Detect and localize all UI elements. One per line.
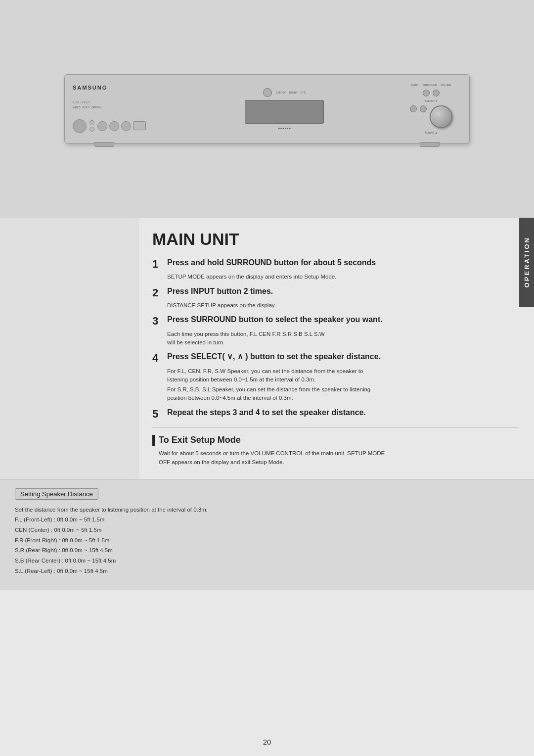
bottom-labels: ■ ■ ■ ■ ■ ■: [278, 127, 290, 130]
operation-tab: OPERATION: [519, 218, 534, 307]
bottom-intro: Set the distance from the speaker to lis…: [15, 505, 519, 576]
foot-right: [420, 142, 440, 147]
step-4: 4 Press SELECT( ∨, ∧ ) button to set the…: [152, 352, 518, 402]
volume-knob: [430, 105, 452, 128]
samsung-logo: SAMSUNG: [73, 85, 168, 91]
speaker-distance-item: F.L (Front-Left) : 0ft 0.0m ~ 5ft 1.5m: [15, 515, 519, 525]
samsung-receiver: SAMSUNG AUX INPUT VIDEOAUX 2OPTICAL: [64, 74, 470, 143]
step-4-text: Press SELECT( ∨, ∧ ) button to set the s…: [167, 352, 518, 362]
aux-input-label: AUX INPUT: [73, 101, 168, 104]
step-1: 1 Press and hold SURROUND button for abo…: [152, 258, 518, 282]
step-4-sub2: For S.R, S.B, S.L Speaker, you can set t…: [167, 385, 518, 403]
tuning-label: TUNING ▲: [425, 131, 438, 134]
step-2-text: Press INPUT button 2 times.: [167, 286, 518, 297]
input-btn: [423, 90, 430, 96]
operation-tab-label: OPERATION: [523, 236, 531, 287]
left-dial: [73, 119, 87, 133]
speaker-distance-label: Setting Speaker Distance: [15, 488, 98, 500]
round-btn-3: [121, 121, 131, 131]
step-3: 3 Press SURROUND button to select the sp…: [152, 315, 518, 347]
display-panel: [245, 100, 324, 124]
step-5-text: Repeat the steps 3 and 4 to set the spea…: [167, 408, 518, 418]
device-right-panel: INPUTSURROUNDVOLUME SELECT ▼ TUNING ▲: [399, 79, 463, 139]
speaker-distance-item: S.L (Rear-Left) : 0ft 0.0m ~ 15ft 4.5m: [15, 566, 519, 576]
dot-btn-1: [89, 120, 94, 125]
step-1-sub: SETUP MODE appears on the display and en…: [167, 273, 518, 281]
page-number: 20: [0, 738, 534, 746]
foot-left: [94, 142, 114, 147]
speaker-items-list: F.L (Front-Left) : 0ft 0.0m ~ 5ft 1.5mCE…: [15, 515, 519, 576]
right-buttons-mid: [410, 105, 452, 128]
speaker-distance-item: CEN (Center) : 0ft 0.0m ~ 5ft 1.5m: [15, 525, 519, 535]
step-4-number: 4: [152, 352, 163, 365]
step-1-text: Press and hold SURROUND button for about…: [167, 258, 518, 268]
round-btn-2: [109, 121, 119, 131]
bottom-section: Setting Speaker Distance Set the distanc…: [0, 479, 534, 590]
page-title: MAIN UNIT: [152, 230, 518, 249]
rect-element: [133, 121, 146, 130]
exit-title: To Exit Setup Mode: [159, 435, 241, 445]
exit-section: To Exit Setup Mode Wait for about 5 seco…: [152, 435, 518, 467]
main-content-area: OPERATION MAIN UNIT 1 Press and hold SUR…: [0, 218, 534, 479]
step-4-row: 4 Press SELECT( ∨, ∧ ) button to set the…: [152, 352, 518, 365]
step-2-number: 2: [152, 286, 163, 299]
device-feet: [94, 142, 440, 147]
speaker-distance-item: S.R (Rear-Right) : 0ft 0.0m ~ 15ft 4.5m: [15, 545, 519, 556]
input-labels: VIDEOAUX 2OPTICAL: [73, 106, 168, 109]
dot-btn-2: [89, 127, 94, 132]
step-5-number: 5: [152, 408, 163, 421]
device-illustration-area: SAMSUNG AUX INPUT VIDEOAUX 2OPTICAL: [0, 0, 534, 218]
step-2: 2 Press INPUT button 2 times. DISTANCE S…: [152, 286, 518, 310]
round-buttons: [97, 121, 146, 131]
step-3-row: 3 Press SURROUND button to select the sp…: [152, 315, 518, 328]
step-5: 5 Repeat the steps 3 and 4 to set the sp…: [152, 408, 518, 421]
select-up-btn: [420, 105, 427, 112]
right-column: OPERATION MAIN UNIT 1 Press and hold SUR…: [138, 218, 534, 479]
select-label: SELECT ▼: [425, 99, 438, 102]
step-1-number: 1: [152, 258, 163, 271]
step-1-row: 1 Press and hold SURROUND button for abo…: [152, 258, 518, 271]
exit-sub-text: Wait for about 5 seconds or turn the VOL…: [159, 449, 518, 467]
round-btn-1: [97, 121, 107, 131]
device-left-panel: SAMSUNG AUX INPUT VIDEOAUX 2OPTICAL: [71, 79, 170, 139]
step-2-row: 2 Press INPUT button 2 times.: [152, 286, 518, 299]
left-column: [0, 218, 138, 479]
step-5-row: 5 Repeat the steps 3 and 4 to set the sp…: [152, 408, 518, 421]
speaker-distance-item: S.B (Rear Center) : 0ft 0.0m ~ 15ft 4.5m: [15, 556, 519, 566]
left-controls: [73, 119, 168, 133]
middle-controls: STEREODOLBYDTS: [263, 88, 306, 97]
step-4-sub1: For F.L, CEN, F.R, S.W Speaker, you can …: [167, 367, 518, 384]
step-2-sub: DISTANCE SETUP appears on the display.: [167, 301, 518, 310]
small-buttons: [89, 120, 94, 132]
right-buttons-top: [423, 90, 440, 96]
black-bar-accent: [152, 435, 155, 446]
step-3-number: 3: [152, 315, 163, 328]
device-middle-panel: STEREODOLBYDTS ■ ■ ■ ■ ■ ■: [170, 79, 399, 139]
surround-btn: [433, 90, 440, 96]
right-labels: INPUTSURROUNDVOLUME: [411, 84, 451, 87]
step-3-text: Press SURROUND button to select the spea…: [167, 315, 518, 325]
speaker-distance-item: F.R (Front-Right) : 0ft 0.0m ~ 5ft 1.5m: [15, 535, 519, 546]
divider: [152, 427, 518, 428]
exit-title-row: To Exit Setup Mode: [152, 435, 518, 446]
select-down-btn: [410, 105, 417, 112]
step-3-sub: Each time you press this button, F.L CEN…: [167, 330, 518, 347]
mid-btn-1: [263, 88, 272, 97]
mode-labels: STEREODOLBYDTS: [276, 91, 306, 94]
